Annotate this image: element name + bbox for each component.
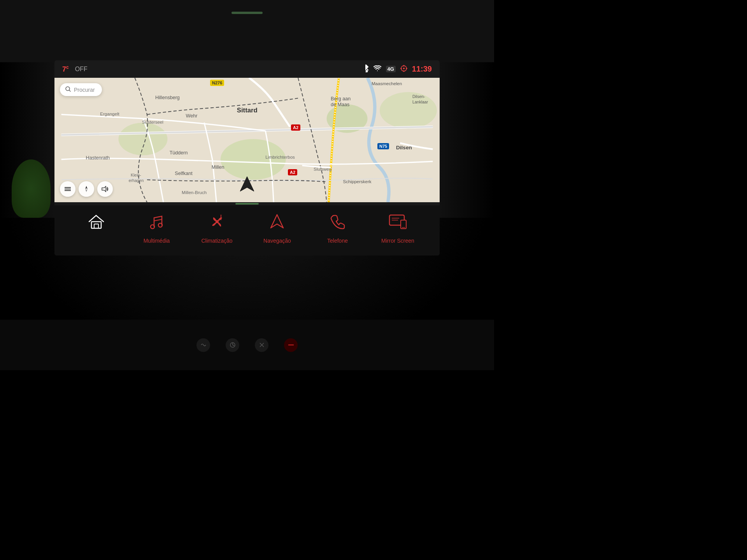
svg-line-56 [233,345,234,346]
svg-point-46 [216,220,219,223]
indicator-line [54,202,440,205]
temp-value: 7 [62,65,66,73]
road-label-a2-top: A2 [291,124,300,131]
search-placeholder-text: Procurar [74,87,95,93]
svg-rect-41 [91,222,101,228]
svg-text:Sittard: Sittard [237,107,258,114]
navigation-arrow [240,177,254,195]
temperature-display: 7c [62,65,69,74]
status-bar: 7c OFF 4G [54,60,440,78]
climate-icon: | [207,213,227,233]
menu-item-home[interactable] [77,213,116,233]
bottom-physical-controls [0,320,494,370]
map-compass-button[interactable] [79,181,94,197]
svg-text:Süsterseel: Süsterseel [142,120,163,124]
svg-text:Sluisweg: Sluisweg [314,167,331,172]
time-display: 11:39 [412,65,432,74]
lte-icon: 4G [386,66,396,72]
climate-status: OFF [75,66,88,73]
svg-rect-42 [94,224,98,228]
phys-btn-1[interactable] [196,338,210,352]
mirror-screen-icon [388,213,408,233]
map-area[interactable]: Sittard Berg aan de Maas Maasmechelen Di… [54,78,440,202]
svg-point-1 [403,68,405,69]
svg-text:Dilsen-: Dilsen- [412,94,425,99]
top-pill-indicator [231,12,263,14]
road-label-a2-bottom: A2 [288,169,297,175]
svg-marker-40 [102,186,106,192]
map-menu-button[interactable] [60,181,75,197]
top-bezel [0,0,494,62]
left-bezel [0,62,54,218]
svg-point-7 [221,139,286,180]
svg-text:Ergangelt: Ergangelt [100,112,119,116]
svg-text:Wehr: Wehr [186,113,198,119]
menu-item-navigation[interactable]: Navegação [258,213,297,244]
svg-marker-38 [85,186,88,189]
map-search-bar[interactable]: Procurar [60,83,102,96]
right-bezel [440,62,494,218]
menu-item-phone[interactable]: Telefone [318,213,357,244]
bluetooth-icon [363,65,369,74]
status-left: 7c OFF [62,65,88,74]
svg-text:Maasmechelen: Maasmechelen [372,81,402,86]
svg-text:Hastenrath: Hastenrath [86,155,110,161]
phys-btn-2[interactable] [226,338,239,352]
telefone-label: Telefone [327,238,348,244]
road-label-n276: N276 [210,80,224,86]
svg-text:|: | [220,214,222,220]
plant-decoration [12,159,51,218]
svg-text:Millen-Bruch: Millen-Bruch [182,190,207,195]
svg-marker-48 [271,215,283,228]
svg-text:Berg aan: Berg aan [331,96,351,102]
multimedia-label: Multimédia [144,238,170,244]
mirror-screen-label: Mirror Screen [381,238,414,244]
svg-marker-39 [85,189,88,192]
map-controls [60,181,113,197]
menu-item-multimedia[interactable]: Multimédia [137,213,176,244]
music-icon [148,213,165,233]
svg-point-8 [119,122,168,155]
status-right: 4G 11:39 [363,65,432,74]
menu-item-climate[interactable]: | Climatização [198,213,237,244]
menu-item-mirror-screen[interactable]: Mirror Screen [379,213,417,244]
home-icon [88,213,105,233]
svg-marker-34 [240,177,254,191]
phys-btn-3[interactable] [255,338,268,352]
green-pill [235,203,259,205]
svg-point-10 [380,92,437,129]
climatizacao-label: Climatização [201,238,232,244]
navigation-icon [268,213,286,233]
temp-unit: c [66,65,69,70]
svg-text:Selfkant: Selfkant [175,171,193,176]
main-screen: 7c OFF 4G [54,60,440,256]
phone-icon [329,213,346,233]
svg-text:Millen: Millen [212,164,224,170]
navegacao-label: Navegação [263,238,291,244]
svg-text:Lanklaar: Lanklaar [412,100,428,104]
svg-text:Tüddern: Tüddern [170,150,188,156]
wifi-icon [374,65,381,73]
map-volume-button[interactable] [97,181,113,197]
gps-icon [400,65,407,74]
svg-text:Limbrichterbos: Limbrichterbos [265,155,295,159]
svg-text:de Maas: de Maas [331,102,349,107]
svg-text:Schipperskerk: Schipperskerk [343,179,372,184]
svg-line-33 [69,90,70,91]
svg-text:erhagen: erhagen [129,178,144,183]
bottom-menu: Multimédia | Climatização [54,205,440,256]
search-icon [65,86,71,93]
svg-text:Dilsen: Dilsen [396,145,412,150]
svg-line-45 [154,219,162,221]
svg-text:Hillensberg: Hillensberg [155,95,180,100]
svg-text:Klein-: Klein- [131,173,141,177]
phys-btn-4[interactable] [284,338,298,352]
road-label-n75: N75 [377,143,389,149]
